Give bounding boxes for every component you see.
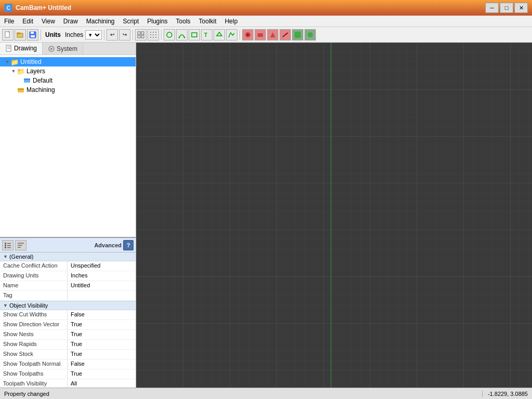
menu-view[interactable]: View: [37, 17, 59, 26]
tree-label-machining: Machining: [26, 86, 55, 94]
tree-item-untitled[interactable]: ▼ 📁 Untitled: [0, 57, 136, 66]
tree-item-default[interactable]: Default: [0, 76, 136, 85]
cam6-btn[interactable]: [304, 29, 316, 41]
props-section-general: ▼ (General): [0, 252, 136, 261]
prop-val-show-cut-widths[interactable]: False: [68, 310, 136, 320]
prop-show-toolpath-normal: Show Toolpath Normal False: [0, 360, 136, 369]
svg-marker-24: [217, 32, 222, 36]
close-button[interactable]: ✕: [514, 3, 528, 13]
tree-label-layers: Layers: [26, 68, 45, 75]
new-button[interactable]: [2, 29, 14, 41]
prop-val-toolpath-visibility[interactable]: All: [68, 379, 136, 388]
svg-text:T: T: [204, 32, 207, 38]
prop-key-show-nests: Show Nests: [0, 330, 68, 339]
prop-show-nests: Show Nests True: [0, 330, 136, 340]
svg-point-26: [247, 34, 249, 36]
prop-val-tag[interactable]: [68, 291, 136, 300]
units-value: Inches: [64, 31, 84, 38]
svg-rect-29: [295, 32, 301, 38]
titlebar-controls[interactable]: ─ □ ✕: [485, 3, 528, 13]
svg-rect-6: [138, 32, 140, 34]
cam5-btn[interactable]: [292, 29, 303, 41]
folder-icon-layers: 📁: [17, 68, 25, 75]
grid-dots-btn[interactable]: [148, 29, 159, 41]
menu-toolkit[interactable]: Toolkit: [195, 17, 221, 26]
props-section-visibility: ▼ Object Visibility: [0, 301, 136, 310]
tree-item-machining[interactable]: Machining: [0, 85, 136, 95]
titlebar: C CamBam+ Untitled ─ □ ✕: [0, 0, 532, 16]
redo-button[interactable]: ↪: [119, 29, 130, 41]
tree-item-layers[interactable]: ▼ 📁 Layers: [0, 66, 136, 76]
units-dropdown[interactable]: ▾: [85, 30, 102, 39]
undo-button[interactable]: ↩: [107, 29, 118, 41]
props-toolbar: Advanced ?: [0, 238, 136, 252]
svg-rect-39: [18, 88, 24, 90]
general-section-expand[interactable]: ▼: [3, 254, 8, 259]
save-button[interactable]: [27, 29, 38, 41]
prop-val-drawing-units[interactable]: Inches: [68, 271, 136, 281]
prop-val-show-direction-vector[interactable]: True: [68, 320, 136, 329]
prop-val-show-toolpath-normal[interactable]: False: [68, 360, 136, 369]
toolbar: Units Inches ▾ ↩ ↪ T: [0, 27, 532, 43]
props-sort-btn[interactable]: [15, 240, 26, 250]
prop-key-show-toolpath-normal: Show Toolpath Normal: [0, 360, 68, 369]
svg-point-12: [155, 32, 156, 33]
draw-rect-btn[interactable]: [189, 29, 200, 41]
prop-val-cache-conflict[interactable]: Unspecified: [68, 261, 136, 271]
grid-btn[interactable]: [135, 29, 147, 41]
prop-val-name[interactable]: Untitled: [68, 281, 136, 290]
prop-toolpath-visibility: Toolpath Visibility All: [0, 379, 136, 388]
prop-val-show-toolpaths[interactable]: True: [68, 369, 136, 379]
canvas-area[interactable]: [136, 43, 532, 388]
draw-circle-btn[interactable]: [164, 29, 175, 41]
props-help-btn[interactable]: ?: [123, 240, 134, 250]
cam2-btn[interactable]: [255, 29, 266, 41]
menu-tools[interactable]: Tools: [172, 17, 195, 26]
machining-icon: [17, 86, 25, 94]
expand-layers[interactable]: ▼: [10, 69, 17, 74]
svg-point-10: [150, 32, 151, 33]
prop-val-show-rapids[interactable]: True: [68, 340, 136, 349]
prop-key-show-direction-vector: Show Direction Vector: [0, 320, 68, 329]
menu-file[interactable]: File: [0, 17, 18, 26]
menu-help[interactable]: Help: [221, 17, 242, 26]
prop-show-rapids: Show Rapids True: [0, 340, 136, 350]
tab-system-label: System: [57, 45, 77, 52]
titlebar-left: C CamBam+ Untitled: [4, 4, 71, 12]
tree-area[interactable]: ▼ 📁 Untitled ▼ 📁 Layers Default: [0, 55, 136, 237]
tree-label-default: Default: [33, 77, 52, 84]
draw-pline-btn[interactable]: [226, 29, 237, 41]
svg-point-30: [308, 32, 313, 37]
draw-poly-btn[interactable]: [214, 29, 225, 41]
cam4-btn[interactable]: [280, 29, 291, 41]
svg-rect-40: [5, 243, 6, 244]
menu-edit[interactable]: Edit: [18, 17, 37, 26]
menu-script[interactable]: Script: [119, 17, 143, 26]
menu-draw[interactable]: Draw: [59, 17, 82, 26]
drawing-tab-icon: [5, 45, 12, 52]
prop-key-show-rapids: Show Rapids: [0, 340, 68, 349]
prop-show-direction-vector: Show Direction Vector True: [0, 320, 136, 330]
prop-val-show-nests[interactable]: True: [68, 330, 136, 339]
menu-machining[interactable]: Machining: [82, 17, 119, 26]
cam3-btn[interactable]: [267, 29, 278, 41]
prop-key-drawing-units: Drawing Units: [0, 271, 68, 281]
visibility-section-expand[interactable]: ▼: [3, 303, 8, 308]
props-categorize-btn[interactable]: [2, 240, 14, 250]
prop-val-show-stock[interactable]: True: [68, 350, 136, 359]
prop-key-show-cut-widths: Show Cut Widths: [0, 310, 68, 320]
maximize-button[interactable]: □: [500, 3, 513, 13]
tab-drawing[interactable]: Drawing: [0, 43, 43, 55]
cam1-btn[interactable]: [242, 29, 254, 41]
svg-rect-9: [141, 35, 144, 38]
menu-plugins[interactable]: Plugins: [143, 17, 171, 26]
draw-arc-btn[interactable]: [176, 29, 188, 41]
prop-drawing-units: Drawing Units Inches: [0, 271, 136, 281]
open-button[interactable]: [15, 29, 26, 41]
draw-text-btn[interactable]: T: [201, 29, 212, 41]
prop-key-cache-conflict: Cache Conflict Action: [0, 261, 68, 271]
minimize-button[interactable]: ─: [485, 3, 499, 13]
expand-untitled[interactable]: ▼: [4, 59, 10, 64]
svg-rect-8: [138, 35, 140, 38]
tab-system[interactable]: System: [43, 43, 83, 55]
